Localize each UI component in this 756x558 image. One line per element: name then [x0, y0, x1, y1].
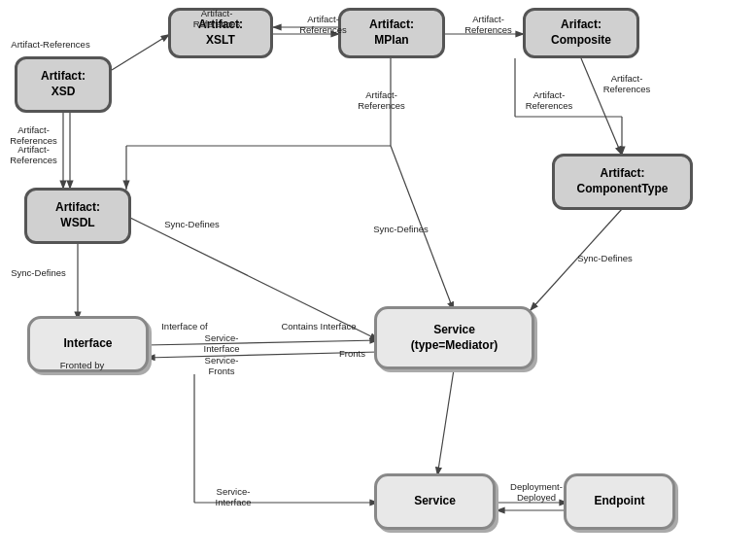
diagram-container: Artifact:XSD Artifact:XSLT Artifact:MPla…	[0, 0, 756, 558]
label-interface-of: Interface of	[151, 321, 219, 331]
node-wsdl-label: Artifact:WSDL	[55, 200, 100, 230]
svg-line-2	[112, 34, 170, 70]
label-ar-mplan-composite: Artifact-References	[447, 14, 530, 36]
label-service-interface-fronts: Service-InterfaceService-Fronts	[183, 332, 260, 377]
node-endpoint-label: Endpoint	[595, 494, 645, 509]
label-sd-wsdl-interface: Sync-Defines	[2, 267, 75, 278]
node-componenttype: Artifact:ComponentType	[552, 154, 693, 210]
node-interface-label: Interface	[63, 336, 112, 352]
label-sd-wsdl-sm: Sync-Defines	[151, 219, 233, 229]
node-endpoint: Endpoint	[564, 473, 675, 530]
label-ar-xsd-xslt: Artifact-References	[2, 39, 99, 50]
label-sd-mplan-sm: Sync-Defines	[360, 224, 442, 234]
label-deployment: Deployment-Deployed	[498, 481, 575, 504]
node-service-label: Service	[414, 494, 456, 509]
label-ar-mplan-xslt: Artifact-References	[282, 14, 364, 36]
node-composite-label: Arifact:Composite	[551, 17, 611, 48]
node-xsd-label: Artifact:XSD	[41, 69, 86, 99]
label-ar-mplan-ct: Artifact-References	[505, 89, 593, 112]
label-ar-xsd-wsdl-2: Artifact-References	[2, 144, 65, 166]
label-fronts: Fronts	[330, 348, 374, 359]
label-ar-mplan-wsdl: Artifact-References	[340, 89, 423, 112]
node-service: Service	[374, 473, 496, 530]
node-wsdl: Artifact:WSDL	[24, 188, 131, 244]
node-componenttype-label: Artifact:ComponentType	[577, 166, 669, 196]
label-ar-xslt-top: Artifact-References	[178, 8, 256, 30]
node-service-mediator: Service(type=Mediator)	[374, 306, 534, 369]
node-service-mediator-label: Service(type=Mediator)	[411, 323, 498, 353]
label-sd-ct-sm: Sync-Defines	[564, 253, 646, 263]
svg-line-19	[146, 340, 379, 345]
label-ar-composite-ct: Artifact-References	[583, 73, 670, 95]
node-mplan-label: Artifact:MPlan	[369, 17, 414, 48]
node-composite: Arifact:Composite	[523, 8, 639, 58]
label-contains-interface: Contains Interface	[275, 321, 362, 331]
label-fronted-by: Fronted by	[51, 360, 114, 370]
svg-line-25	[437, 369, 454, 476]
label-si-bottom: Service-Interface	[194, 486, 272, 508]
node-xsd: Artifact:XSD	[15, 56, 112, 113]
